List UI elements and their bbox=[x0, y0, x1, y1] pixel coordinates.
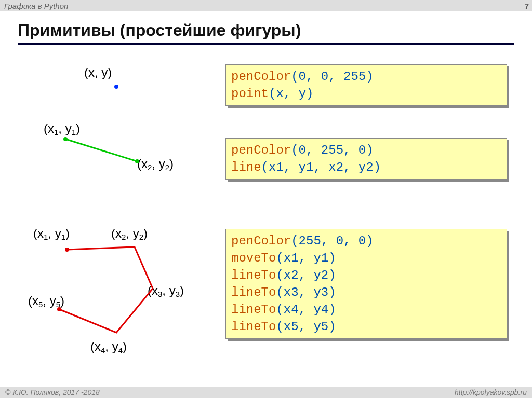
svg-point-0 bbox=[114, 85, 118, 89]
svg-line-1 bbox=[65, 139, 137, 161]
code-args: (x2, y2) bbox=[276, 268, 336, 282]
header-bar: Графика в Python 7 bbox=[0, 0, 532, 11]
footer-bar: © К.Ю. Поляков, 2017 -2018 http://kpolya… bbox=[0, 387, 532, 398]
code-block-polyline: penColor(255, 0, 0) moveTo(x1, y1) lineT… bbox=[225, 229, 507, 339]
code-args: (x, y) bbox=[269, 87, 313, 101]
svg-point-3 bbox=[135, 159, 139, 163]
svg-point-5 bbox=[57, 307, 61, 311]
code-fn: point bbox=[231, 87, 269, 101]
footer-copyright: © К.Ю. Поляков, 2017 -2018 bbox=[5, 388, 100, 396]
code-args: (0, 255, 0) bbox=[291, 143, 373, 157]
code-fn: moveTo bbox=[231, 251, 276, 265]
code-fn: lineTo bbox=[231, 268, 276, 282]
polyline-icon bbox=[38, 237, 184, 346]
code-fn: lineTo bbox=[231, 285, 276, 299]
slide-content: (x, y) penColor(0, 0, 255) point(x, y) (… bbox=[18, 45, 514, 377]
code-fn: penColor bbox=[231, 143, 291, 157]
page-title: Примитивы (простейшие фигуры) bbox=[18, 21, 514, 45]
label-xy: (x, y) bbox=[84, 65, 112, 80]
header-title: Графика в Python bbox=[4, 2, 68, 10]
line-icon bbox=[59, 133, 148, 169]
point-icon bbox=[114, 84, 119, 89]
code-fn: line bbox=[231, 160, 261, 174]
code-args: (x4, y4) bbox=[276, 303, 336, 317]
svg-point-2 bbox=[63, 137, 68, 141]
code-args: (x1, y1, x2, y2) bbox=[261, 160, 381, 174]
code-block-point: penColor(0, 0, 255) point(x, y) bbox=[225, 64, 507, 106]
code-fn: lineTo bbox=[231, 303, 276, 317]
footer-url: http://kpolyakov.spb.ru bbox=[455, 388, 527, 396]
code-args: (0, 0, 255) bbox=[291, 70, 373, 84]
code-fn: penColor bbox=[231, 234, 291, 248]
svg-point-4 bbox=[65, 248, 69, 252]
code-args: (x3, y3) bbox=[276, 285, 336, 299]
code-args: (x5, y5) bbox=[276, 320, 336, 334]
code-fn: lineTo bbox=[231, 320, 276, 334]
page-number: 7 bbox=[525, 2, 529, 10]
code-fn: penColor bbox=[231, 70, 291, 84]
code-args: (x1, y1) bbox=[276, 251, 336, 265]
code-args: (255, 0, 0) bbox=[291, 234, 373, 248]
code-block-line: penColor(0, 255, 0) line(x1, y1, x2, y2) bbox=[225, 138, 507, 180]
